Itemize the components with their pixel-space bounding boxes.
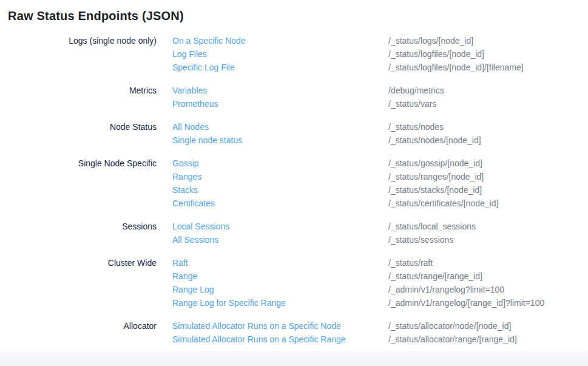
endpoint-group-rows: Local Sessions /_status/local_sessions A… (172, 220, 588, 246)
endpoint-group: Metrics Variables /debug/metrics Prometh… (0, 84, 588, 110)
endpoint-path: /_status/logfiles/[node_id]/[filename] (388, 61, 524, 74)
endpoint-row: Variables /debug/metrics (172, 84, 588, 97)
endpoint-group-rows: Simulated Allocator Runs on a Specific N… (172, 319, 588, 346)
endpoint-group: Node Status All Nodes /_status/nodes Sin… (0, 120, 588, 147)
endpoint-group-rows: All Nodes /_status/nodes Single node sta… (172, 120, 588, 147)
endpoint-link[interactable]: Variables (172, 84, 388, 97)
endpoint-group: Logs (single node only) On a Specific No… (0, 34, 588, 74)
endpoint-row: Raft /_status/raft (172, 256, 588, 269)
endpoint-path: /_status/logs/[node_id] (388, 34, 473, 47)
endpoint-link[interactable]: Certificates (172, 197, 388, 210)
endpoint-group-rows: Gossip /_status/gossip/[node_id] Ranges … (172, 157, 588, 210)
endpoint-link[interactable]: Range Log (172, 283, 388, 296)
endpoint-path: /_status/gossip/[node_id] (388, 157, 482, 170)
endpoint-link[interactable]: Local Sessions (172, 220, 388, 233)
endpoint-row: Range /_status/range/[range_id] (172, 269, 588, 283)
endpoint-link[interactable]: Gossip (172, 157, 388, 170)
endpoint-row: Prometheus /_status/vars (172, 97, 588, 110)
endpoint-link[interactable]: Simulated Allocator Runs on a Specific N… (172, 319, 388, 333)
category-label: Logs (single node only) (0, 34, 157, 74)
endpoint-path: /_status/logfiles/[node_id] (388, 47, 484, 61)
endpoint-row: Range Log /_admin/v1/rangelog?limit=100 (172, 283, 588, 296)
category-label: Cluster Wide (0, 256, 157, 310)
endpoint-link[interactable]: On a Specific Node (172, 34, 388, 47)
endpoint-link[interactable]: Prometheus (172, 97, 388, 110)
page-title: Raw Status Endpoints (JSON) (8, 8, 588, 23)
endpoint-link[interactable]: Log Files (172, 47, 388, 61)
endpoint-row: Stacks /_status/stacks/[node_id] (172, 183, 588, 197)
endpoint-group: Cluster Wide Raft /_status/raft Range /_… (0, 256, 588, 310)
endpoint-path: /_status/nodes (388, 120, 444, 134)
category-label: Single Node Specific (0, 157, 157, 210)
endpoint-row: Simulated Allocator Runs on a Specific N… (172, 319, 588, 333)
category-label: Metrics (0, 84, 157, 110)
endpoint-row: All Sessions /_status/sessions (172, 233, 588, 246)
endpoint-row: All Nodes /_status/nodes (172, 120, 588, 134)
endpoint-link[interactable]: Simulated Allocator Runs on a Specific R… (172, 333, 388, 346)
endpoint-row: Range Log for Specific Range /_admin/v1/… (172, 296, 588, 310)
endpoint-group: Allocator Simulated Allocator Runs on a … (0, 319, 588, 346)
endpoint-path: /_admin/v1/rangelog?limit=100 (388, 283, 504, 296)
endpoint-row: Log Files /_status/logfiles/[node_id] (172, 47, 588, 61)
endpoint-path: /_status/ranges/[node_id] (388, 170, 484, 183)
endpoint-path: /_status/local_sessions (388, 220, 476, 233)
endpoint-path: /_status/vars (388, 97, 436, 110)
endpoint-path: /_status/stacks/[node_id] (388, 183, 482, 197)
endpoint-path: /debug/metrics (388, 84, 444, 97)
endpoint-group-rows: Raft /_status/raft Range /_status/range/… (172, 256, 588, 310)
endpoint-path: /_status/nodes/[node_id] (388, 134, 481, 147)
endpoint-link[interactable]: Range Log for Specific Range (172, 296, 388, 310)
endpoints-list: Logs (single node only) On a Specific No… (0, 34, 588, 346)
endpoint-group-rows: Variables /debug/metrics Prometheus /_st… (172, 84, 588, 110)
endpoint-row: Simulated Allocator Runs on a Specific R… (172, 333, 588, 346)
endpoint-row: On a Specific Node /_status/logs/[node_i… (172, 34, 588, 47)
endpoint-path: /_status/sessions (388, 233, 453, 246)
page-footer-background (0, 351, 588, 366)
endpoint-group-rows: On a Specific Node /_status/logs/[node_i… (172, 34, 588, 74)
endpoint-row: Ranges /_status/ranges/[node_id] (172, 170, 588, 183)
endpoint-link[interactable]: All Nodes (172, 120, 388, 134)
endpoint-group: Single Node Specific Gossip /_status/gos… (0, 157, 588, 210)
endpoint-row: Single node status /_status/nodes/[node_… (172, 134, 588, 147)
endpoint-link[interactable]: Single node status (172, 134, 388, 147)
endpoint-link[interactable]: Range (172, 269, 388, 283)
endpoint-link[interactable]: Stacks (172, 183, 388, 197)
category-label: Sessions (0, 220, 157, 246)
endpoint-row: Local Sessions /_status/local_sessions (172, 220, 588, 233)
endpoint-link[interactable]: Ranges (172, 170, 388, 183)
endpoint-path: /_status/range/[range_id] (388, 269, 482, 283)
endpoint-path: /_status/certificates/[node_id] (388, 197, 498, 210)
endpoints-panel: Raw Status Endpoints (JSON) Logs (single… (0, 8, 588, 346)
endpoint-row: Certificates /_status/certificates/[node… (172, 197, 588, 210)
endpoint-path: /_status/raft (388, 256, 433, 269)
endpoint-path: /_status/allocator/node/[node_id] (388, 319, 511, 333)
endpoint-link[interactable]: Specific Log File (172, 61, 388, 74)
endpoint-row: Gossip /_status/gossip/[node_id] (172, 157, 588, 170)
endpoint-path: /_admin/v1/rangelog/[range_id]?limit=100 (388, 296, 544, 310)
endpoint-link[interactable]: Raft (172, 256, 388, 269)
category-label: Node Status (0, 120, 157, 147)
endpoint-group: Sessions Local Sessions /_status/local_s… (0, 220, 588, 246)
endpoint-row: Specific Log File /_status/logfiles/[nod… (172, 61, 588, 74)
category-label: Allocator (0, 319, 157, 346)
endpoint-link[interactable]: All Sessions (172, 233, 388, 246)
endpoint-path: /_status/allocator/range/[range_id] (388, 333, 517, 346)
